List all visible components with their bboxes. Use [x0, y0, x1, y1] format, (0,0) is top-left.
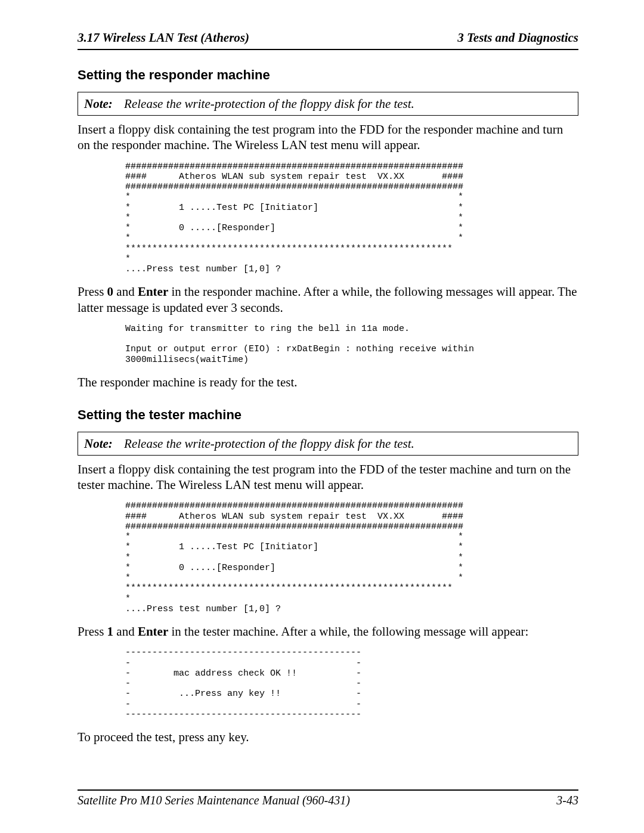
responder-intro-paragraph: Insert a floppy disk containing the test… [78, 122, 578, 153]
note-label: Note: [84, 436, 113, 451]
footer-right: 3-43 [556, 793, 578, 808]
text-fragment: and [113, 624, 138, 639]
responder-output-code: Waiting for transmitter to ring the bell… [125, 324, 578, 365]
note-box-tester: Note: Release the write-protection of th… [78, 432, 578, 456]
page: { "header": { "left": "3.17 Wireless LAN… [0, 0, 644, 833]
header-left: 3.17 Wireless LAN Test (Atheros) [78, 30, 249, 45]
key-zero: 0 [107, 284, 114, 299]
tester-press-paragraph: Press 1 and Enter in the tester machine.… [78, 624, 578, 639]
responder-menu-code: ########################################… [125, 162, 578, 275]
note-text: Release the write-protection of the flop… [124, 97, 414, 111]
text-fragment: Press [78, 624, 107, 639]
note-text: Release the write-protection of the flop… [124, 436, 414, 451]
note-label: Note: [84, 97, 113, 111]
tester-output-code: ----------------------------------------… [125, 648, 578, 720]
header-rule [78, 49, 578, 50]
section-title-tester: Setting the tester machine [78, 407, 578, 423]
responder-ready-paragraph: The responder machine is ready for the t… [78, 374, 578, 390]
key-one: 1 [107, 624, 114, 639]
page-header: 3.17 Wireless LAN Test (Atheros) 3 Tests… [78, 30, 578, 45]
tester-intro-paragraph: Insert a floppy disk containing the test… [78, 462, 578, 493]
section-title-responder: Setting the responder machine [78, 67, 578, 83]
tester-menu-code: ########################################… [125, 501, 578, 614]
footer-rule [78, 789, 578, 791]
text-fragment: Press [78, 284, 107, 299]
tester-proceed-paragraph: To proceed the test, press any key. [78, 729, 578, 745]
footer-left: Satellite Pro M10 Series Maintenance Man… [78, 793, 350, 808]
page-footer: Satellite Pro M10 Series Maintenance Man… [78, 789, 578, 808]
text-fragment: and [113, 284, 138, 299]
header-right: 3 Tests and Diagnostics [457, 30, 578, 45]
responder-press-paragraph: Press 0 and Enter in the responder machi… [78, 284, 578, 315]
text-fragment: in the tester machine. After a while, th… [168, 624, 528, 639]
key-enter: Enter [138, 284, 168, 299]
key-enter: Enter [138, 624, 168, 639]
note-box-responder: Note: Release the write-protection of th… [78, 92, 578, 116]
